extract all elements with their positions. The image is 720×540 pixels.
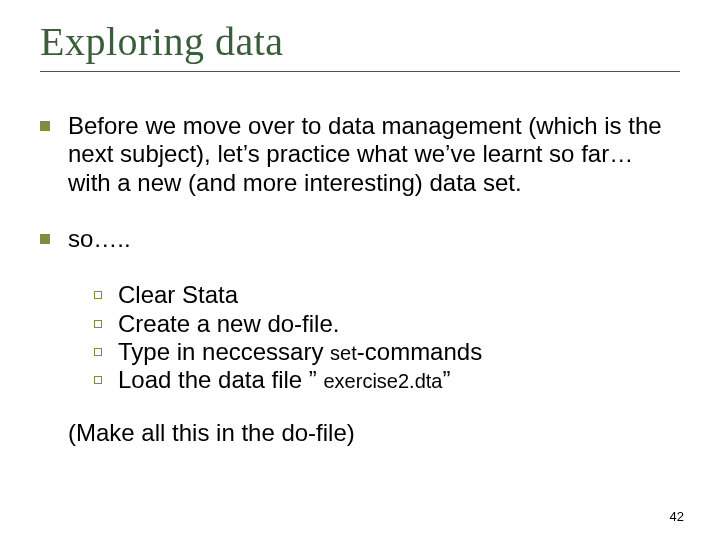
- hollow-square-bullet-icon: [94, 348, 102, 356]
- bullet-item: so…..: [40, 225, 680, 253]
- sub-bullet-pre: Load the data file ”: [118, 366, 323, 393]
- page-number: 42: [670, 509, 684, 524]
- sub-bullet-text: Type in neccessary set-commands: [118, 338, 680, 366]
- sub-bullet-list: Clear Stata Create a new do-file. Type i…: [94, 281, 680, 394]
- hollow-square-bullet-icon: [94, 376, 102, 384]
- sub-bullet-pre: Type in neccessary: [118, 338, 330, 365]
- sub-bullet-post: -commands: [357, 338, 482, 365]
- square-bullet-icon: [40, 121, 50, 131]
- sub-bullet-text: Clear Stata: [118, 281, 680, 309]
- note-text: (Make all this in the do-file): [68, 419, 680, 447]
- hollow-square-bullet-icon: [94, 291, 102, 299]
- slide-body: Before we move over to data management (…: [40, 112, 680, 447]
- square-bullet-icon: [40, 234, 50, 244]
- sub-bullet-text: Load the data file ” exercise2.dta”: [118, 366, 680, 394]
- sub-bullet-item: Type in neccessary set-commands: [94, 338, 680, 366]
- slide-title: Exploring data: [40, 18, 680, 65]
- bullet-text: so…..: [68, 225, 680, 253]
- hollow-square-bullet-icon: [94, 320, 102, 328]
- sub-bullet-item: Create a new do-file.: [94, 310, 680, 338]
- sub-bullet-item: Clear Stata: [94, 281, 680, 309]
- slide: Exploring data Before we move over to da…: [0, 0, 720, 540]
- sub-bullet-item: Load the data file ” exercise2.dta”: [94, 366, 680, 394]
- filename-text: exercise2.dta: [323, 370, 442, 392]
- bullet-item: Before we move over to data management (…: [40, 112, 680, 197]
- title-underline: [40, 71, 680, 72]
- bullet-text: Before we move over to data management (…: [68, 112, 680, 197]
- sub-bullet-text: Create a new do-file.: [118, 310, 680, 338]
- command-text: set: [330, 342, 357, 364]
- sub-bullet-post: ”: [442, 366, 450, 393]
